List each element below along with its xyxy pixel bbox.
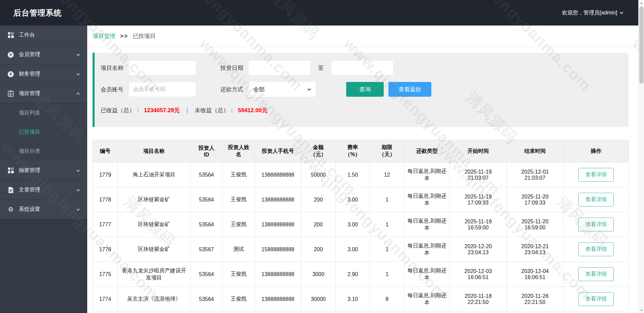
select-chevron-down-icon <box>307 87 312 92</box>
table-cell: 王俊凯 <box>223 262 255 287</box>
gear-icon: ⚙ <box>7 206 14 213</box>
table-cell: 1 <box>370 237 405 262</box>
table-cell: 13888888888 <box>255 212 301 237</box>
member-account-input[interactable] <box>129 82 196 97</box>
repay-method-selected-value: 全部 <box>253 86 265 93</box>
table-header-cell: 投资人 ID <box>191 140 223 163</box>
table-cell: 测试 <box>223 237 255 262</box>
gear-icon-glyph: ⚙ <box>8 206 13 213</box>
table-cell: 王俊凯 <box>223 187 255 212</box>
sidebar-item-articles[interactable]: 文章管理 <box>0 180 87 200</box>
sidebar-subitem-invested-projects[interactable]: 已投项目 <box>0 123 87 142</box>
finance-icon: ¥ <box>7 71 14 78</box>
table-cell: 1779 <box>93 163 118 187</box>
table-cell: 2020-11-18 22:21:50 <box>450 287 507 312</box>
member-icon-glyph: V <box>8 52 14 58</box>
table-header-cell: 操作 <box>564 140 629 163</box>
table-cell: 王俊凯 <box>223 212 255 237</box>
table-header-cell: 结束时间 <box>507 140 564 163</box>
table-cell: 2020-12-20 23:04:13 <box>450 237 507 262</box>
table-cell: 8 <box>370 287 405 312</box>
table-cell: 区块链紫金矿 <box>118 237 191 262</box>
app-title: 后台管理系统 <box>13 8 62 18</box>
scrollbar-thumb[interactable] <box>639 6 644 84</box>
view-detail-button[interactable]: 查看详情 <box>578 193 614 207</box>
table-cell: 50000 <box>301 163 336 187</box>
invest-date-from-input[interactable] <box>249 60 311 75</box>
sidebar-item-workbench[interactable]: 工作台 <box>0 26 87 45</box>
scroll-down-arrow-icon[interactable]: ▼ <box>639 307 644 313</box>
table-header-cell: 编号 <box>93 140 118 163</box>
table-cell: 53564 <box>191 163 223 187</box>
chevron-down-icon <box>76 207 80 212</box>
table-cell: 53564 <box>191 212 223 237</box>
sidebar-subitem-project-list[interactable]: 项目列表 <box>0 103 87 123</box>
filter-panel: 项目名称 投资日期 至 会员账号 还款方式 全部 查询 查看返款 已收益（总）：… <box>93 53 629 127</box>
view-detail-button[interactable]: 查看详情 <box>578 292 614 306</box>
project-name-input[interactable] <box>129 60 196 75</box>
table-action-cell: 查看详情 <box>564 262 629 287</box>
table-header-cell: 投资人姓 名 <box>223 140 255 163</box>
query-button[interactable]: 查询 <box>346 82 384 97</box>
table-cell: 13888888888 <box>255 163 301 187</box>
invest-date-to-input[interactable] <box>331 60 393 75</box>
chevron-down-icon <box>76 188 80 192</box>
view-detail-button[interactable]: 查看详情 <box>578 168 614 182</box>
table-cell: 海上石油开采项目 <box>118 163 191 187</box>
table-cell: 2020-12-04 16:06:51 <box>507 262 564 287</box>
view-detail-button[interactable]: 查看详情 <box>578 218 614 231</box>
sidebar-item-lottery[interactable]: 抽奖管理 <box>0 161 87 180</box>
income-summary: 已收益（总）： 1234057.29元 ｜ 未收益（总）： 59412.00元 <box>101 106 267 114</box>
sidebar-item-finance[interactable]: ¥ 财务管理 <box>0 64 87 84</box>
sidebar-item-label: 项目管理 <box>19 90 76 97</box>
table-cell: 200 <box>301 237 336 262</box>
breadcrumb: 项目管理 >> 已投项目 <box>87 26 638 47</box>
article-icon <box>7 187 14 193</box>
chevron-down-icon <box>76 52 80 57</box>
table-cell: 2020-12-03 16:06:51 <box>450 262 507 287</box>
table-cell: 2020-11-26 22:21:50 <box>507 287 564 312</box>
breadcrumb-parent-link[interactable]: 项目管理 <box>93 32 115 40</box>
vertical-scrollbar[interactable]: ▲ ▼ <box>638 0 644 313</box>
date-to-label: 至 <box>318 64 324 72</box>
table-row: 1779海上石油开采项目53564王俊凯13888888888500001.50… <box>93 163 629 187</box>
scroll-up-arrow-icon[interactable]: ▲ <box>639 0 644 6</box>
table-row: 1776区块链紫金矿53567测试158888888882003.001每日返息… <box>93 237 629 262</box>
sidebar-item-label: 抽奖管理 <box>19 167 76 174</box>
table-cell: 2025-11-20 17:09:33 <box>507 187 564 212</box>
table-cell: 2025-11-19 17:09:33 <box>450 187 507 212</box>
sidebar-item-settings[interactable]: ⚙ 系统设置 <box>0 200 87 219</box>
table-cell: 53564 <box>191 262 223 287</box>
table-cell: 每日返息,到期还本 <box>405 262 450 287</box>
sidebar-item-projects[interactable]: 项目管理 <box>0 84 87 103</box>
invested-projects-table: 编号项目名称投资人 ID投资人姓 名投资人手机号金额 （元）费率 （%）期限 （… <box>93 140 629 312</box>
table-cell: 1776 <box>93 237 118 262</box>
table-cell: 1778 <box>93 187 118 212</box>
sidebar-subitem-project-categories[interactable]: 项目分类 <box>0 142 87 161</box>
user-menu[interactable]: 欢迎您，管理员[admin] <box>562 9 624 16</box>
view-detail-button[interactable]: 查看详情 <box>578 267 614 281</box>
projects-submenu: 项目列表 已投项目 项目分类 <box>0 103 87 161</box>
table-cell: 1 <box>370 212 405 237</box>
member-icon: V <box>7 51 14 58</box>
table-cell: 王俊凯 <box>223 163 255 187</box>
project-name-label: 项目名称 <box>101 64 123 72</box>
table-action-cell: 查看详情 <box>564 237 629 262</box>
table-header-cell: 投资人手机号 <box>255 140 301 163</box>
table-cell: 每日返息,到期还本 <box>405 212 450 237</box>
top-header-bar: 后台管理系统 欢迎您，管理员[admin] <box>0 0 644 26</box>
table-cell: 每日返息,到期还本 <box>405 187 450 212</box>
repay-method-select[interactable]: 全部 <box>249 82 316 97</box>
view-refund-button[interactable]: 查看返款 <box>388 82 431 97</box>
table-action-cell: 查看详情 <box>564 163 629 187</box>
table-cell: 1777 <box>93 212 118 237</box>
chevron-down-icon <box>76 168 80 173</box>
table-cell: 3.00 <box>336 212 370 237</box>
sub-item-label: 已投项目 <box>19 129 40 136</box>
view-detail-button[interactable]: 查看详情 <box>578 242 614 256</box>
table-cell: 3.00 <box>336 187 370 212</box>
sidebar-item-members[interactable]: V 会员管理 <box>0 45 87 64</box>
table-row: 1774吴京主演《流浪地球》53564王俊凯13888888888300003.… <box>93 287 629 312</box>
table-action-cell: 查看详情 <box>564 187 629 212</box>
table-cell: 1 <box>370 262 405 287</box>
